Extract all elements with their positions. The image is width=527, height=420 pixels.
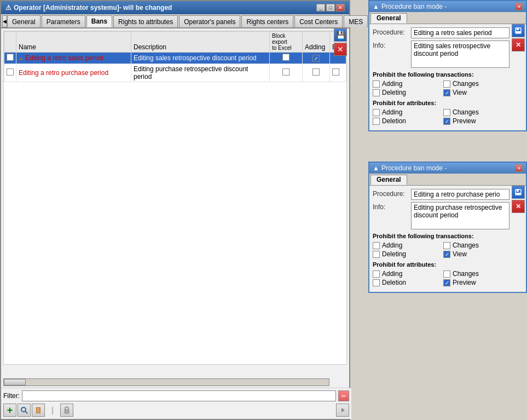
deleting-transaction-label-1: Deleting <box>382 89 406 96</box>
changes-transaction-checkbox-1[interactable] <box>443 80 450 88</box>
blo-checkbox-2[interactable] <box>332 68 339 76</box>
filter-input[interactable] <box>22 390 336 401</box>
view-transaction-checkbox-2[interactable] <box>443 251 450 258</box>
ban-title-bar-2: ▲ Procedure ban mode - ✕ <box>369 163 526 174</box>
lock-icon <box>63 406 70 414</box>
horizontal-scrollbar[interactable] <box>3 378 329 386</box>
delete-button[interactable] <box>32 404 45 417</box>
minimize-button[interactable]: _ <box>316 4 325 11</box>
adding-transaction-item-2: Adding <box>373 241 439 249</box>
filter-row: Filter: ✏ <box>3 390 349 401</box>
adding-attr-checkbox-1[interactable] <box>373 109 380 116</box>
tab-general[interactable]: General <box>7 15 40 27</box>
filter-label: Filter: <box>3 392 20 400</box>
tab-rights-centers[interactable]: Rights centers <box>241 15 293 27</box>
adding-transaction-checkbox-1[interactable] <box>373 80 380 88</box>
row-adding-cell[interactable] <box>303 53 330 64</box>
right-action-button[interactable] <box>336 404 349 417</box>
bans-table: Name Description Block exportto Excel Ad… <box>4 31 346 82</box>
view-transaction-checkbox-1[interactable] <box>443 89 450 96</box>
attributes-checkboxes-1: Adding Changes Deletion Preview <box>373 108 509 125</box>
row-adding-cell[interactable] <box>303 64 330 82</box>
adding-attr-item-2: Adding <box>373 270 439 278</box>
row-checkbox-2[interactable] <box>7 68 14 76</box>
bottom-toolbar: Filter: ✏ + <box>1 388 351 419</box>
changes-attr-checkbox-2[interactable] <box>443 271 450 278</box>
preview-attr-item-2: Preview <box>443 279 509 286</box>
main-window: ⚠ Operator [Administrator systemu]- will… <box>0 0 350 420</box>
maximize-button[interactable]: □ <box>326 4 335 11</box>
tab-parameters[interactable]: Parameters <box>42 15 85 27</box>
procedure-input-1[interactable] <box>411 27 509 38</box>
preview-attr-item-1: Preview <box>443 117 509 125</box>
filter-button[interactable]: ✏ <box>338 390 349 401</box>
tab-operators-panels[interactable]: Operator's panels <box>179 15 240 27</box>
adding-transaction-checkbox-2[interactable] <box>373 242 380 249</box>
tab-prev-button[interactable]: ◀ <box>2 15 7 27</box>
view-transaction-label-2: View <box>453 250 467 258</box>
adding-attr-label-1: Adding <box>382 108 402 116</box>
row-block-export-cell[interactable] <box>270 64 303 82</box>
adding-transaction-label-1: Adding <box>382 80 402 88</box>
cancel-button[interactable]: ✕ <box>334 43 347 56</box>
deletion-attr-checkbox-1[interactable] <box>373 118 380 125</box>
adding-attr-checkbox-2[interactable] <box>373 271 380 278</box>
changes-attr-checkbox-1[interactable] <box>443 109 450 116</box>
info-textarea-2[interactable]: Editing purchase retrospective discount … <box>411 202 509 229</box>
changes-transaction-checkbox-2[interactable] <box>443 242 450 249</box>
ban-save-button-1[interactable] <box>512 24 525 37</box>
tab-rights-to-attributes[interactable]: Rights to attributes <box>113 15 178 27</box>
attributes-checkboxes-2: Adding Changes Deletion Preview <box>373 270 509 286</box>
deleting-transaction-checkbox-2[interactable] <box>373 251 380 258</box>
deleting-transaction-checkbox-1[interactable] <box>373 89 380 96</box>
deletion-attr-label-2: Deletion <box>382 279 406 286</box>
block-export-checkbox-2[interactable] <box>282 68 289 76</box>
row-checkbox-cell[interactable] <box>4 53 16 64</box>
preview-attr-checkbox-1[interactable] <box>443 118 450 125</box>
ban-title-1: ▲ Procedure ban mode - <box>373 3 447 10</box>
svg-point-0 <box>21 407 26 412</box>
ban-cancel-button-1[interactable]: ✕ <box>512 38 525 51</box>
scrollbar-thumb[interactable] <box>4 379 26 386</box>
tab-bar: ◀ General Parameters Bans Rights to attr… <box>1 14 349 28</box>
tab-cost-centers[interactable]: Cost Centers <box>294 15 343 27</box>
ban-general-tab-1[interactable]: General <box>370 13 407 24</box>
tab-mes[interactable]: MES <box>344 15 368 27</box>
info-textarea-1[interactable]: Editing sales retrospective discount per… <box>411 41 509 68</box>
ban-close-button-2[interactable]: ✕ <box>515 164 523 172</box>
table-row[interactable]: ▲ Editing a retro sales period Editing s… <box>4 53 346 64</box>
adding-checkbox-1[interactable] <box>312 55 320 62</box>
ban-content-2: Procedure: Info: Editing purchase retros… <box>369 186 526 292</box>
row-blo-cell[interactable] <box>330 64 346 82</box>
lock-button[interactable] <box>60 404 73 417</box>
procedure-input-2[interactable] <box>411 189 509 200</box>
svg-rect-3 <box>37 408 40 413</box>
search-button[interactable] <box>18 404 31 417</box>
row-block-export-cell[interactable] <box>270 53 303 64</box>
action-row: + | <box>3 404 349 417</box>
preview-attr-checkbox-2[interactable] <box>443 279 450 286</box>
table-row[interactable]: Editing a retro purchase period Editing … <box>4 64 346 82</box>
ban-general-tab-2[interactable]: General <box>370 175 407 185</box>
row-checkbox-1[interactable] <box>7 54 14 61</box>
tab-bans[interactable]: Bans <box>86 15 112 27</box>
deleting-transaction-item-1: Deleting <box>373 89 439 96</box>
close-button[interactable]: ✕ <box>336 4 345 11</box>
deletion-attr-checkbox-2[interactable] <box>373 279 380 286</box>
ban-cancel-button-2[interactable]: ✕ <box>512 200 525 213</box>
main-title-bar: ⚠ Operator [Administrator systemu]- will… <box>1 1 349 14</box>
right-action-area <box>336 404 349 417</box>
save-icon-1 <box>514 27 522 34</box>
row-checkbox-cell[interactable] <box>4 64 16 82</box>
info-field-row-1: Info: Editing sales retrospective discou… <box>373 41 509 68</box>
save-button[interactable]: 💾 <box>334 28 347 42</box>
svg-rect-10 <box>516 31 520 33</box>
ban-save-button-2[interactable] <box>512 186 525 199</box>
block-export-checkbox-1[interactable] <box>282 54 289 61</box>
deletion-attr-item-2: Deletion <box>373 279 439 286</box>
adding-checkbox-2[interactable] <box>312 68 320 76</box>
ban-window-1: ▲ Procedure ban mode - ✕ General ✕ Proce… <box>368 0 527 131</box>
add-button[interactable]: + <box>3 404 16 417</box>
ban-close-button-1[interactable]: ✕ <box>515 3 523 10</box>
ban-tab-bar-2: General <box>369 174 526 186</box>
